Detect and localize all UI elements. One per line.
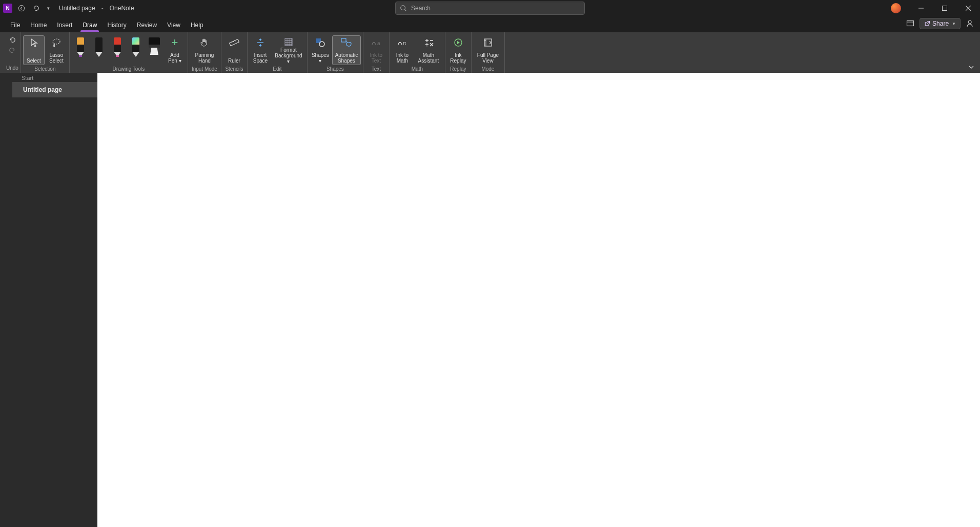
- title-separator: -: [101, 5, 104, 12]
- lasso-icon: [51, 37, 62, 48]
- format-background-button[interactable]: FormatBackground ▾: [272, 35, 305, 65]
- page-list-item[interactable]: Untitled page: [12, 82, 97, 97]
- ink-to-math-button[interactable]: π Ink toMath: [392, 35, 413, 65]
- insert-space-label2: Space: [253, 58, 268, 64]
- group-label-shapes: Shapes: [310, 65, 361, 74]
- add-pen-label2: Pen ▾: [168, 58, 181, 64]
- chevron-down-icon: ▼: [952, 22, 956, 26]
- group-label-mode: Mode: [474, 65, 502, 74]
- svg-point-0: [18, 5, 24, 11]
- lasso-label: Lasso Select: [49, 52, 64, 64]
- collab-button[interactable]: [964, 17, 976, 30]
- svg-rect-27: [341, 38, 346, 42]
- math-assistant-button[interactable]: MathAssistant: [414, 35, 443, 65]
- redo-icon: [9, 47, 16, 54]
- replay-label2: Replay: [450, 58, 466, 64]
- back-icon: [18, 5, 25, 12]
- tab-file[interactable]: File: [5, 18, 25, 32]
- search-input[interactable]: [411, 5, 580, 12]
- tab-view[interactable]: View: [162, 18, 186, 32]
- app-name: OneNote: [110, 5, 134, 12]
- close-button[interactable]: [956, 0, 980, 16]
- ribbon-group-math: π Ink toMath MathAssistant Math: [390, 32, 445, 73]
- highlighter-tool[interactable]: [146, 35, 163, 58]
- svg-point-10: [968, 21, 971, 24]
- maximize-button[interactable]: [933, 0, 956, 16]
- undo-qat-button[interactable]: [31, 3, 41, 13]
- ink-replay-button[interactable]: InkReplay: [447, 35, 469, 65]
- group-label-tools: Drawing Tools: [72, 65, 186, 74]
- menu-bar: File Home Insert Draw History Review Vie…: [0, 16, 980, 32]
- svg-rect-39: [484, 39, 492, 46]
- minimize-button[interactable]: [909, 0, 933, 16]
- svg-rect-4: [943, 6, 947, 11]
- app-icon: N: [3, 4, 12, 13]
- shapes-icon: [315, 37, 326, 48]
- panning-hand-button[interactable]: PanningHand: [190, 35, 219, 65]
- close-icon: [966, 6, 971, 11]
- ink-to-text-button[interactable]: a Ink toText: [365, 35, 387, 65]
- group-label-undo: Undo: [6, 64, 18, 73]
- add-pen-label1: Add: [170, 52, 179, 58]
- page-list-pane: Start Untitled page: [12, 73, 97, 527]
- lasso-button[interactable]: Lasso Select: [46, 35, 67, 65]
- format-bg-label1: Format: [280, 47, 297, 53]
- tab-home[interactable]: Home: [25, 18, 52, 32]
- ink-math-label1: Ink to: [396, 52, 409, 58]
- svg-text:a: a: [377, 40, 380, 46]
- open-in-desktop-button[interactable]: [904, 17, 916, 30]
- share-button[interactable]: Share ▼: [920, 18, 961, 29]
- work-area: Start Untitled page: [0, 73, 980, 527]
- svg-rect-13: [229, 39, 239, 46]
- undo-icon: [32, 5, 39, 12]
- group-label-input: Input Mode: [190, 65, 219, 74]
- automatic-shapes-button[interactable]: AutomaticShapes: [332, 35, 361, 65]
- ruler-icon: [229, 37, 240, 48]
- ink-to-text-icon: a: [371, 37, 382, 48]
- back-button[interactable]: [16, 3, 27, 13]
- tab-help[interactable]: Help: [186, 18, 209, 32]
- panning-label1: Panning: [195, 52, 214, 58]
- group-label-stencils: Stencils: [223, 65, 245, 74]
- select-button[interactable]: Select: [23, 35, 45, 65]
- ribbon-collapse-button[interactable]: [968, 65, 975, 70]
- ribbon-group-input: PanningHand Input Mode: [188, 32, 221, 73]
- pen-tool-1[interactable]: [72, 35, 89, 58]
- ribbon-group-undo: Undo: [4, 32, 21, 73]
- search-box[interactable]: [395, 2, 585, 15]
- ruler-button[interactable]: Ruler: [223, 35, 245, 65]
- qat-dropdown[interactable]: ▾: [45, 6, 52, 11]
- insert-space-button[interactable]: InsertSpace: [250, 35, 271, 65]
- shapes-button[interactable]: Shapes▾: [310, 35, 331, 65]
- full-page-view-button[interactable]: Full PageView: [474, 35, 502, 65]
- ribbon-group-mode: Full PageView Mode: [472, 32, 505, 73]
- navigation-pane-bar[interactable]: [0, 73, 12, 527]
- ink-text-label2: Text: [372, 58, 381, 64]
- pen-tool-3[interactable]: [109, 35, 126, 58]
- svg-rect-7: [907, 21, 914, 26]
- ribbon-group-shapes: Shapes▾ AutomaticShapes Shapes: [308, 32, 363, 73]
- auto-shapes-icon: [340, 37, 353, 48]
- tab-history[interactable]: History: [102, 18, 131, 32]
- chevron-down-icon: [968, 65, 975, 70]
- search-icon: [400, 5, 407, 12]
- user-avatar[interactable]: [891, 3, 901, 13]
- minimize-icon: [918, 6, 924, 11]
- svg-point-26: [319, 42, 324, 47]
- tab-draw[interactable]: Draw: [77, 18, 102, 32]
- shapes-label: Shapes: [312, 52, 329, 58]
- undo-button[interactable]: [7, 35, 18, 45]
- redo-button[interactable]: [7, 46, 18, 55]
- math-assist-label2: Assistant: [418, 58, 439, 64]
- replay-icon: [453, 37, 463, 48]
- plus-icon: +: [171, 36, 178, 49]
- tab-review[interactable]: Review: [132, 18, 162, 32]
- ribbon-group-edit: InsertSpace FormatBackground ▾ Edit: [248, 32, 308, 73]
- canvas[interactable]: [97, 73, 980, 527]
- add-pen-button[interactable]: + AddPen ▾: [164, 35, 186, 65]
- auto-shapes-label2: Shapes: [338, 58, 355, 64]
- pen-tool-2[interactable]: [90, 35, 108, 58]
- tab-insert[interactable]: Insert: [52, 18, 77, 32]
- ink-to-math-icon: π: [397, 37, 408, 48]
- pen-tool-4[interactable]: [127, 35, 145, 58]
